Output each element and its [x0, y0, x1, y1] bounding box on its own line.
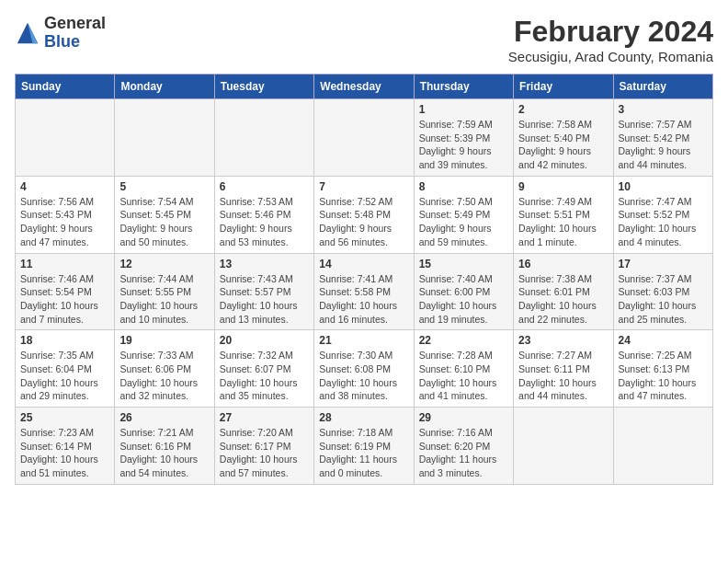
calendar-cell: 2Sunrise: 7:58 AM Sunset: 5:40 PM Daylig…: [514, 99, 613, 177]
calendar-cell: 28Sunrise: 7:18 AM Sunset: 6:19 PM Dayli…: [314, 408, 414, 485]
calendar-week-row: 18Sunrise: 7:35 AM Sunset: 6:04 PM Dayli…: [16, 330, 713, 408]
day-info: Sunrise: 7:50 AM Sunset: 5:49 PM Dayligh…: [419, 195, 508, 249]
day-number: 13: [220, 258, 309, 270]
day-of-week-header: Wednesday: [314, 75, 414, 99]
day-number: 2: [518, 103, 608, 116]
calendar-cell: [613, 408, 712, 485]
day-info: Sunrise: 7:56 AM Sunset: 5:43 PM Dayligh…: [20, 195, 109, 249]
calendar-week-row: 1Sunrise: 7:59 AM Sunset: 5:39 PM Daylig…: [16, 99, 713, 177]
day-number: 15: [419, 258, 508, 270]
calendar-cell: 8Sunrise: 7:50 AM Sunset: 5:49 PM Daylig…: [414, 176, 513, 253]
month-title: February 2024: [508, 15, 713, 49]
calendar-cell: 15Sunrise: 7:40 AM Sunset: 6:00 PM Dayli…: [414, 253, 513, 330]
day-number: 24: [619, 334, 708, 347]
calendar-cell: 6Sunrise: 7:53 AM Sunset: 5:46 PM Daylig…: [214, 176, 313, 253]
calendar-cell: 4Sunrise: 7:56 AM Sunset: 5:43 PM Daylig…: [16, 176, 115, 253]
logo: General Blue: [15, 15, 106, 52]
calendar-cell: 19Sunrise: 7:33 AM Sunset: 6:06 PM Dayli…: [115, 330, 214, 408]
calendar-cell: 29Sunrise: 7:16 AM Sunset: 6:20 PM Dayli…: [414, 408, 513, 485]
day-number: 12: [119, 258, 209, 270]
day-info: Sunrise: 7:33 AM Sunset: 6:06 PM Dayligh…: [119, 349, 209, 403]
day-number: 14: [319, 258, 408, 270]
day-of-week-header: Thursday: [414, 75, 513, 99]
day-number: 6: [220, 180, 309, 193]
day-info: Sunrise: 7:53 AM Sunset: 5:46 PM Dayligh…: [220, 195, 309, 249]
day-number: 19: [119, 334, 209, 347]
day-info: Sunrise: 7:21 AM Sunset: 6:16 PM Dayligh…: [119, 426, 209, 480]
calendar-cell: 20Sunrise: 7:32 AM Sunset: 6:07 PM Dayli…: [214, 330, 313, 408]
calendar-cell: 25Sunrise: 7:23 AM Sunset: 6:14 PM Dayli…: [16, 408, 115, 485]
day-number: 27: [220, 411, 309, 424]
day-info: Sunrise: 7:43 AM Sunset: 5:57 PM Dayligh…: [220, 272, 309, 327]
day-info: Sunrise: 7:59 AM Sunset: 5:39 PM Dayligh…: [419, 118, 508, 172]
calendar-cell: 14Sunrise: 7:41 AM Sunset: 5:58 PM Dayli…: [314, 253, 414, 330]
day-info: Sunrise: 7:47 AM Sunset: 5:52 PM Dayligh…: [619, 195, 708, 249]
calendar-cell: [115, 99, 214, 177]
calendar-cell: 1Sunrise: 7:59 AM Sunset: 5:39 PM Daylig…: [414, 99, 513, 177]
day-number: 9: [518, 180, 608, 193]
day-info: Sunrise: 7:37 AM Sunset: 6:03 PM Dayligh…: [619, 272, 708, 327]
day-info: Sunrise: 7:44 AM Sunset: 5:55 PM Dayligh…: [119, 272, 209, 327]
day-info: Sunrise: 7:30 AM Sunset: 6:08 PM Dayligh…: [319, 349, 408, 403]
day-number: 3: [619, 103, 708, 116]
day-info: Sunrise: 7:57 AM Sunset: 5:42 PM Dayligh…: [619, 118, 708, 172]
day-info: Sunrise: 7:58 AM Sunset: 5:40 PM Dayligh…: [518, 118, 608, 172]
day-number: 10: [619, 180, 708, 193]
calendar-cell: 11Sunrise: 7:46 AM Sunset: 5:54 PM Dayli…: [16, 253, 115, 330]
day-info: Sunrise: 7:20 AM Sunset: 6:17 PM Dayligh…: [220, 426, 309, 480]
day-info: Sunrise: 7:23 AM Sunset: 6:14 PM Dayligh…: [20, 426, 109, 480]
logo-general-text: General: [44, 15, 106, 33]
day-of-week-header: Saturday: [613, 75, 712, 99]
day-number: 16: [518, 258, 608, 270]
calendar-cell: 16Sunrise: 7:38 AM Sunset: 6:01 PM Dayli…: [514, 253, 613, 330]
calendar-cell: 24Sunrise: 7:25 AM Sunset: 6:13 PM Dayli…: [613, 330, 712, 408]
logo-blue-text: Blue: [44, 33, 106, 52]
day-info: Sunrise: 7:35 AM Sunset: 6:04 PM Dayligh…: [20, 349, 109, 403]
location-title: Secusigiu, Arad County, Romania: [508, 49, 713, 64]
day-number: 26: [119, 411, 209, 424]
calendar-cell: 7Sunrise: 7:52 AM Sunset: 5:48 PM Daylig…: [314, 176, 414, 253]
day-number: 5: [119, 180, 209, 193]
calendar-week-row: 4Sunrise: 7:56 AM Sunset: 5:43 PM Daylig…: [16, 176, 713, 253]
day-number: 21: [319, 334, 408, 347]
day-info: Sunrise: 7:46 AM Sunset: 5:54 PM Dayligh…: [20, 272, 109, 327]
calendar-cell: 23Sunrise: 7:27 AM Sunset: 6:11 PM Dayli…: [514, 330, 613, 408]
day-number: 1: [419, 103, 508, 116]
day-info: Sunrise: 7:27 AM Sunset: 6:11 PM Dayligh…: [518, 349, 608, 403]
day-info: Sunrise: 7:49 AM Sunset: 5:51 PM Dayligh…: [518, 195, 608, 249]
calendar-cell: 12Sunrise: 7:44 AM Sunset: 5:55 PM Dayli…: [115, 253, 214, 330]
calendar-body: 1Sunrise: 7:59 AM Sunset: 5:39 PM Daylig…: [16, 99, 713, 485]
calendar-cell: 9Sunrise: 7:49 AM Sunset: 5:51 PM Daylig…: [514, 176, 613, 253]
day-of-week-header: Monday: [115, 75, 214, 99]
day-number: 11: [20, 258, 109, 270]
day-number: 4: [20, 180, 109, 193]
calendar-cell: 27Sunrise: 7:20 AM Sunset: 6:17 PM Dayli…: [214, 408, 313, 485]
day-of-week-header: Tuesday: [214, 75, 313, 99]
calendar-cell: 5Sunrise: 7:54 AM Sunset: 5:45 PM Daylig…: [115, 176, 214, 253]
day-number: 7: [319, 180, 408, 193]
logo-icon: [15, 20, 40, 46]
title-area: February 2024 Secusigiu, Arad County, Ro…: [508, 15, 713, 64]
calendar-cell: [314, 99, 414, 177]
day-of-week-header: Friday: [514, 75, 613, 99]
calendar-cell: 10Sunrise: 7:47 AM Sunset: 5:52 PM Dayli…: [613, 176, 712, 253]
day-number: 22: [419, 334, 508, 347]
page-header: General Blue February 2024 Secusigiu, Ar…: [15, 15, 713, 64]
calendar-cell: 18Sunrise: 7:35 AM Sunset: 6:04 PM Dayli…: [16, 330, 115, 408]
calendar-cell: 17Sunrise: 7:37 AM Sunset: 6:03 PM Dayli…: [613, 253, 712, 330]
day-info: Sunrise: 7:18 AM Sunset: 6:19 PM Dayligh…: [319, 426, 408, 480]
calendar-cell: 3Sunrise: 7:57 AM Sunset: 5:42 PM Daylig…: [613, 99, 712, 177]
calendar-cell: [214, 99, 313, 177]
day-info: Sunrise: 7:38 AM Sunset: 6:01 PM Dayligh…: [518, 272, 608, 327]
day-number: 20: [220, 334, 309, 347]
calendar-cell: [514, 408, 613, 485]
calendar-cell: 26Sunrise: 7:21 AM Sunset: 6:16 PM Dayli…: [115, 408, 214, 485]
day-info: Sunrise: 7:40 AM Sunset: 6:00 PM Dayligh…: [419, 272, 508, 327]
calendar-cell: 21Sunrise: 7:30 AM Sunset: 6:08 PM Dayli…: [314, 330, 414, 408]
day-info: Sunrise: 7:32 AM Sunset: 6:07 PM Dayligh…: [220, 349, 309, 403]
calendar-week-row: 25Sunrise: 7:23 AM Sunset: 6:14 PM Dayli…: [16, 408, 713, 485]
day-info: Sunrise: 7:54 AM Sunset: 5:45 PM Dayligh…: [119, 195, 209, 249]
day-info: Sunrise: 7:16 AM Sunset: 6:20 PM Dayligh…: [419, 426, 508, 480]
calendar-cell: 22Sunrise: 7:28 AM Sunset: 6:10 PM Dayli…: [414, 330, 513, 408]
day-of-week-header: Sunday: [16, 75, 115, 99]
